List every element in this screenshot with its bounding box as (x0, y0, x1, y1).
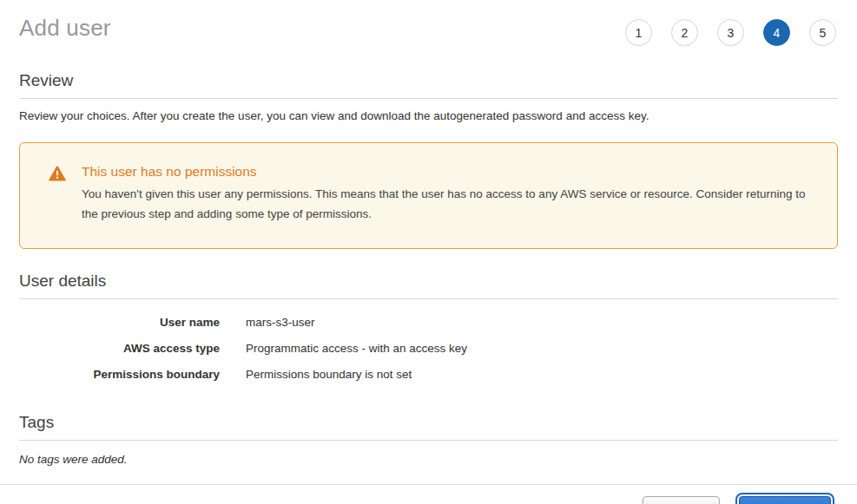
page-title: Add user (19, 15, 111, 42)
no-permissions-warning-banner: This user has no permissions You haven't… (19, 142, 838, 249)
table-row: AWS access type Programmatic access - wi… (19, 335, 838, 361)
warning-body: You haven't given this user any permissi… (82, 185, 823, 224)
permissions-boundary-label: Permissions boundary (19, 368, 220, 381)
user-details-section: User details User name mars-s3-user AWS … (19, 272, 838, 387)
user-name-label: User name (19, 316, 220, 329)
page-header: Add user 1 2 3 4 5 (0, 0, 857, 46)
review-section: Review Review your choices. After you cr… (19, 71, 838, 122)
tags-empty-message: No tags were added. (19, 453, 838, 466)
step-4-active: 4 (763, 19, 790, 46)
wizard-footer: Cancel Previous Create user (0, 484, 857, 504)
step-2: 2 (671, 19, 698, 46)
warning-title: This user has no permissions (82, 164, 823, 180)
user-details-divider (19, 298, 838, 299)
step-1: 1 (625, 19, 652, 46)
warning-content: This user has no permissions You haven't… (82, 164, 823, 224)
step-5: 5 (809, 19, 836, 46)
warning-triangle-icon (49, 165, 66, 182)
review-heading: Review (19, 71, 838, 90)
tags-section: Tags No tags were added. (19, 413, 838, 466)
table-row: User name mars-s3-user (19, 309, 838, 335)
user-details-table: User name mars-s3-user AWS access type P… (19, 309, 838, 387)
previous-button[interactable]: Previous (643, 496, 720, 504)
review-description: Review your choices. After you create th… (19, 109, 838, 122)
tags-heading: Tags (19, 413, 838, 432)
create-user-button[interactable]: Create user (739, 496, 831, 504)
user-details-heading: User details (19, 272, 838, 291)
main-content: Review Review your choices. After you cr… (0, 71, 857, 466)
access-type-label: AWS access type (19, 342, 220, 355)
review-divider (19, 98, 838, 99)
access-type-value: Programmatic access - with an access key (246, 342, 467, 355)
permissions-boundary-value: Permissions boundary is not set (246, 368, 412, 381)
user-name-value: mars-s3-user (246, 316, 315, 329)
wizard-step-indicator: 1 2 3 4 5 (625, 19, 836, 46)
step-3: 3 (717, 19, 744, 46)
tags-divider (19, 440, 838, 441)
table-row: Permissions boundary Permissions boundar… (19, 361, 838, 387)
